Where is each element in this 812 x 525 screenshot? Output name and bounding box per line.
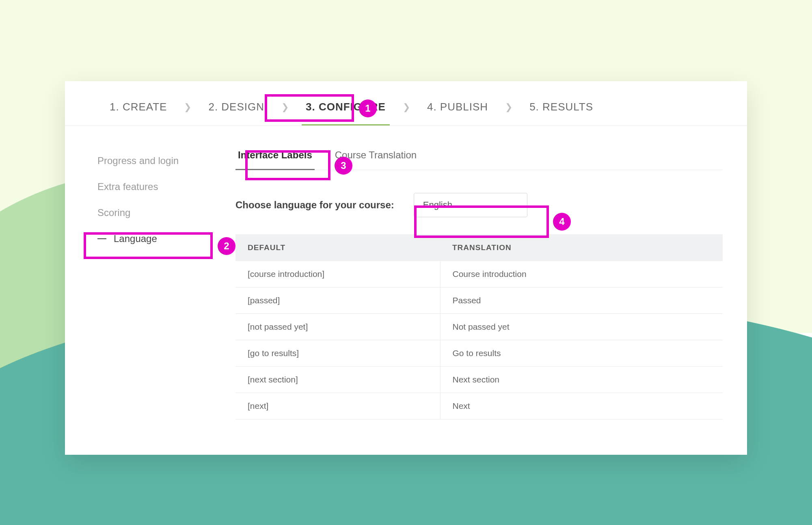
cell-translation[interactable]: Next: [440, 393, 723, 419]
chevron-down-icon: ⌄: [513, 202, 518, 208]
table-header-default: DEFAULT: [235, 234, 440, 261]
main-card: 1. CREATE ❯ 2. DESIGN ❯ 3. CONFIGURE ❯ 4…: [65, 81, 747, 455]
language-select[interactable]: English ⌄: [414, 193, 527, 217]
table-row: [go to results] Go to results: [235, 340, 723, 367]
config-sidebar: Progress and login Extra features Scorin…: [89, 148, 219, 419]
cell-default: [course introduction]: [235, 261, 440, 287]
chevron-right-icon: ❯: [281, 102, 289, 112]
cell-default: [passed]: [235, 287, 440, 314]
step-publish[interactable]: 4. PUBLISH: [423, 98, 492, 116]
annotation-badge-4: 4: [553, 213, 571, 231]
cell-translation[interactable]: Course introduction: [440, 261, 723, 287]
table-row: [not passed yet] Not passed yet: [235, 314, 723, 340]
table-row: [next section] Next section: [235, 367, 723, 393]
table-header-translation: TRANSLATION: [440, 234, 723, 261]
cell-translation[interactable]: Passed: [440, 287, 723, 314]
cell-default: [go to results]: [235, 340, 440, 367]
table-row: [next] Next: [235, 393, 723, 419]
cell-default: [not passed yet]: [235, 314, 440, 340]
step-results[interactable]: 5. RESULTS: [525, 98, 597, 116]
sidebar-item-progress-login[interactable]: Progress and login: [89, 148, 219, 174]
wizard-steps: 1. CREATE ❯ 2. DESIGN ❯ 3. CONFIGURE ❯ 4…: [65, 81, 747, 126]
sidebar-item-label: Progress and login: [97, 155, 179, 166]
cell-translation[interactable]: Next section: [440, 367, 723, 393]
table-row: [passed] Passed: [235, 287, 723, 314]
cell-translation[interactable]: Not passed yet: [440, 314, 723, 340]
cell-default: [next section]: [235, 367, 440, 393]
language-select-value: English: [423, 200, 452, 210]
annotation-badge-1: 1: [359, 99, 377, 117]
chevron-right-icon: ❯: [403, 102, 410, 112]
step-create[interactable]: 1. CREATE: [106, 98, 171, 116]
cell-translation[interactable]: Go to results: [440, 340, 723, 367]
chevron-right-icon: ❯: [184, 102, 191, 112]
cell-default: [next]: [235, 393, 440, 419]
sidebar-item-label: Language: [114, 233, 157, 244]
step-design[interactable]: 2. DESIGN: [204, 98, 268, 116]
sidebar-item-extra-features[interactable]: Extra features: [89, 174, 219, 200]
sidebar-item-label: Scoring: [97, 207, 130, 218]
chevron-right-icon: ❯: [505, 102, 512, 112]
sidebar-item-scoring[interactable]: Scoring: [89, 200, 219, 226]
sidebar-item-language[interactable]: Language: [89, 226, 219, 252]
sidebar-item-label: Extra features: [97, 181, 158, 192]
tab-interface-labels[interactable]: Interface Labels: [235, 148, 315, 162]
main-panel: Interface Labels Course Translation Choo…: [235, 148, 723, 419]
language-prompt: Choose language for your course:: [235, 199, 394, 211]
table-row: [course introduction] Course introductio…: [235, 261, 723, 287]
translation-table: DEFAULT TRANSLATION [course introduction…: [235, 234, 723, 419]
annotation-badge-3: 3: [335, 157, 352, 175]
lang-tabs: Interface Labels Course Translation: [235, 148, 723, 170]
annotation-badge-2: 2: [218, 237, 235, 255]
minus-icon: [97, 238, 106, 239]
